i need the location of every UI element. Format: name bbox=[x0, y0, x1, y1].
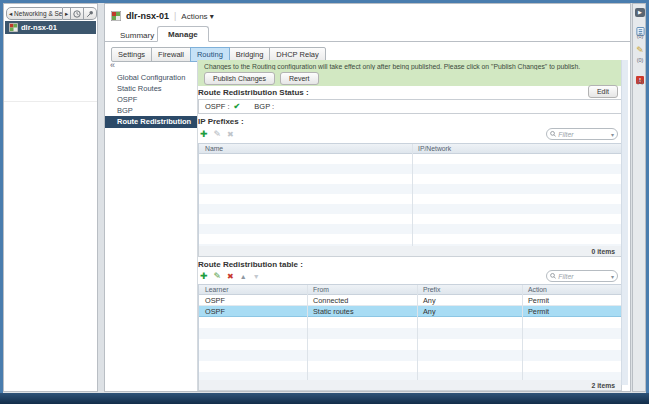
redistribution-heading: Route Redistribution table : bbox=[198, 260, 303, 269]
redistribution-toolbar: ✚ ✎ ✖ ▲ ▼ bbox=[200, 270, 260, 282]
tree-item-label: dlr-nsx-01 bbox=[21, 23, 57, 32]
table-row[interactable]: OSPFStatic routesAnyPermit bbox=[199, 306, 621, 317]
column-divider bbox=[522, 285, 523, 380]
ip-prefixes-filter[interactable]: ▾ bbox=[546, 128, 618, 140]
nav-item-static-routes[interactable]: Static Routes bbox=[105, 83, 197, 94]
pin-icon bbox=[86, 10, 94, 18]
ospf-status-label: OSPF : bbox=[205, 102, 230, 111]
publish-banner-buttons: Publish Changes Revert bbox=[204, 72, 319, 85]
column-header-prefix[interactable]: Prefix bbox=[417, 285, 522, 294]
publish-banner: Changes to the Routing configuration wil… bbox=[198, 60, 622, 86]
actions-menu[interactable]: Actions ▾ bbox=[181, 12, 213, 21]
right-panel-strip: ▶ (0) ✎ (0) ! (0) bbox=[632, 3, 646, 392]
routing-nav: « Global Configuration Static Routes OSP… bbox=[105, 60, 198, 391]
status-heading: Route Redistribution Status : bbox=[198, 88, 309, 97]
status-box: OSPF : ✔ BGP : bbox=[198, 99, 622, 114]
table-cell: Connected bbox=[307, 295, 417, 305]
back-icon: ◂ bbox=[9, 10, 12, 18]
redistribution-table-empty-rows bbox=[199, 317, 621, 380]
add-icon[interactable]: ✚ bbox=[200, 130, 208, 139]
redistribution-filter[interactable]: ▾ bbox=[546, 270, 618, 282]
ip-prefixes-table-header: Name IP/Network bbox=[199, 144, 621, 154]
table-cell: Permit bbox=[522, 295, 621, 305]
move-down-icon[interactable]: ▼ bbox=[253, 272, 260, 281]
redistribution-items-count: 2 items bbox=[198, 380, 622, 391]
vertical-scrollbar[interactable] bbox=[621, 60, 628, 385]
ospf-enabled-check-icon: ✔ bbox=[234, 102, 241, 111]
forward-button[interactable]: ▸ bbox=[63, 7, 71, 20]
collapse-nav-icon[interactable]: « bbox=[110, 60, 115, 70]
publish-changes-button[interactable]: Publish Changes bbox=[204, 72, 275, 85]
redistribution-table: Learner From Prefix Action OSPFConnected… bbox=[198, 284, 622, 381]
delete-icon[interactable]: ✖ bbox=[227, 272, 234, 281]
tab-manage[interactable]: Manage bbox=[157, 26, 209, 42]
table-cell: OSPF bbox=[199, 295, 307, 305]
ip-prefixes-table-body bbox=[199, 154, 621, 246]
recent-objects-button[interactable] bbox=[71, 7, 84, 20]
chevron-down-icon: ▾ bbox=[611, 131, 614, 138]
publish-banner-message: Changes to the Routing configuration wil… bbox=[204, 63, 619, 70]
tree-divider bbox=[4, 101, 97, 102]
logical-router-icon bbox=[9, 23, 18, 32]
header-separator: | bbox=[174, 11, 176, 21]
redistribution-table-body: OSPFConnectedAnyPermitOSPFStatic routesA… bbox=[199, 295, 621, 317]
ip-prefixes-items-count: 0 items bbox=[198, 246, 622, 257]
window-bottom-bar bbox=[0, 393, 649, 404]
delete-icon[interactable]: ✖ bbox=[227, 130, 234, 139]
nav-item-ospf[interactable]: OSPF bbox=[105, 94, 197, 105]
nav-item-route-redistribution[interactable]: Route Redistribution bbox=[105, 116, 197, 128]
nav-item-bgp[interactable]: BGP bbox=[105, 105, 197, 116]
column-header-ip-network[interactable]: IP/Network bbox=[412, 144, 621, 153]
back-button-label: Networking & Sec... bbox=[14, 10, 63, 17]
recent-tasks-count: (0) bbox=[633, 33, 647, 39]
column-divider bbox=[307, 285, 308, 380]
column-header-from[interactable]: From bbox=[307, 285, 417, 294]
table-cell: Any bbox=[417, 295, 522, 305]
search-icon bbox=[550, 272, 556, 280]
chevron-down-icon: ▾ bbox=[210, 12, 214, 21]
navigator-header: ◂ Networking & Sec... ▸ bbox=[6, 7, 97, 20]
table-cell: Permit bbox=[522, 306, 621, 316]
column-header-learner[interactable]: Learner bbox=[199, 285, 307, 294]
bgp-status-label: BGP : bbox=[254, 102, 274, 111]
table-cell: OSPF bbox=[199, 306, 307, 316]
column-divider bbox=[417, 285, 418, 380]
column-header-name[interactable]: Name bbox=[199, 144, 412, 153]
redistribution-table-header: Learner From Prefix Action bbox=[199, 285, 621, 295]
edit-icon[interactable]: ✎ bbox=[214, 130, 222, 139]
tree-item-dlr-nsx-01[interactable]: dlr-nsx-01 bbox=[5, 21, 96, 34]
main-panel: dlr-nsx-01 | Actions ▾ Summary Manage Se… bbox=[104, 3, 631, 392]
back-button[interactable]: ◂ Networking & Sec... bbox=[6, 7, 63, 20]
alarms-count: (0) bbox=[633, 79, 647, 85]
page-title: dlr-nsx-01 bbox=[126, 11, 169, 21]
filter-input[interactable] bbox=[558, 271, 609, 281]
pin-button[interactable] bbox=[84, 7, 97, 20]
search-icon bbox=[550, 130, 556, 138]
dlr-object-icon bbox=[111, 11, 121, 21]
ip-prefixes-toolbar: ✚ ✎ ✖ bbox=[200, 128, 234, 140]
clock-icon bbox=[73, 10, 81, 18]
edit-icon[interactable]: ✎ bbox=[214, 272, 222, 281]
table-row[interactable]: OSPFConnectedAnyPermit bbox=[199, 295, 621, 306]
add-icon[interactable]: ✚ bbox=[200, 272, 208, 281]
application-window: ◂ Networking & Sec... ▸ dlr-nsx-01 dlr-n… bbox=[0, 0, 649, 404]
work-in-progress-count: (0) bbox=[633, 57, 647, 63]
table-cell: Any bbox=[417, 306, 522, 316]
column-divider bbox=[412, 144, 413, 246]
ip-prefixes-heading: IP Prefixes : bbox=[198, 117, 244, 126]
work-in-progress-icon[interactable]: ✎ bbox=[635, 45, 645, 55]
forward-icon: ▸ bbox=[65, 10, 68, 18]
chevron-down-icon: ▾ bbox=[611, 273, 614, 280]
edit-button[interactable]: Edit bbox=[588, 85, 618, 98]
move-up-icon[interactable]: ▲ bbox=[240, 272, 247, 281]
ip-prefixes-table: Name IP/Network bbox=[198, 143, 622, 247]
revert-button[interactable]: Revert bbox=[280, 72, 319, 85]
tab-strip: Summary Manage bbox=[105, 26, 630, 42]
filter-input[interactable] bbox=[558, 129, 609, 139]
column-header-action[interactable]: Action bbox=[522, 285, 621, 294]
collapse-right-panel-icon[interactable]: ▶ bbox=[635, 8, 645, 17]
navigator-panel: ◂ Networking & Sec... ▸ dlr-nsx-01 bbox=[3, 3, 98, 392]
object-header: dlr-nsx-01 | Actions ▾ bbox=[111, 9, 214, 23]
nav-item-global-configuration[interactable]: Global Configuration bbox=[105, 72, 197, 83]
table-cell: Static routes bbox=[307, 306, 417, 316]
